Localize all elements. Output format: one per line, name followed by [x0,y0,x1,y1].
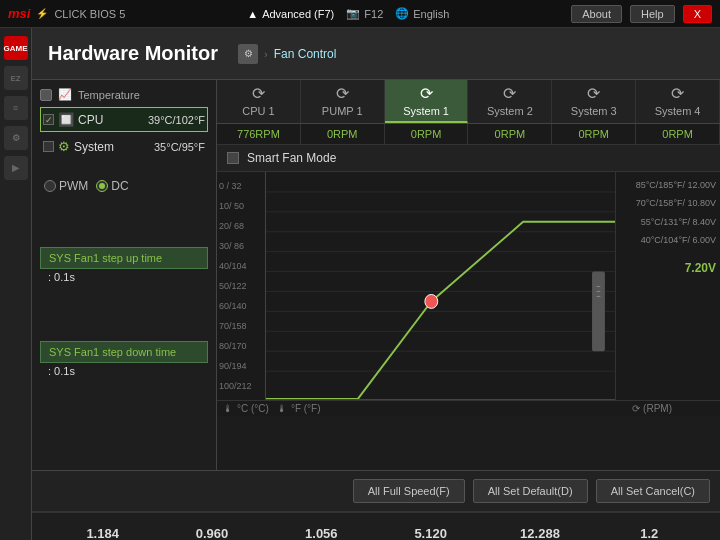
fan-icon-axis: ⟳ [632,403,640,414]
temperature-checkbox[interactable] [40,89,52,101]
breadcrumb-separator: › [264,48,268,60]
temp-icon: 📈 [58,88,72,101]
chart-main[interactable] [265,172,615,400]
chart-bottom-axis: 🌡 °C (°C) 🌡 °F (°F) ⟳ (RPM) [217,400,720,416]
fan-tab-cpu1[interactable]: ⟳ CPU 1 [217,80,301,123]
chart-y-labels-temp: 100/212 90/194 80/170 70/158 60/140 50/1… [217,172,265,400]
content-area: 📈 Temperature ✓ 🔲 CPU 39°C/102°F ⚙ Syste… [32,80,720,470]
y-label-6: 40/104 [219,256,263,276]
main-content: Hardware Monitor ⚙ › Fan Control 📈 Tempe… [32,28,720,540]
step-down-value: : 0.1s [40,363,208,379]
dc-option[interactable]: DC [96,179,128,193]
nav-language[interactable]: 🌐 English [395,7,449,20]
cpu-label: CPU [78,113,103,127]
voltage-dram: 1.2 DRAM [595,526,704,540]
voltage-cpu-sa: 1.056 CPU SA [267,526,376,540]
set-default-button[interactable]: All Set Default(D) [473,479,588,503]
camera-icon: 📷 [346,7,360,20]
cpu-sa-value: 1.056 [305,526,338,540]
dc-label: DC [111,179,128,193]
y-label-9: 10/ 50 [219,196,263,216]
sidebar-item-game[interactable]: GAME [4,36,28,60]
help-button[interactable]: Help [630,5,675,23]
sidebar-item-4[interactable]: ⚙ [4,126,28,150]
pwm-option[interactable]: PWM [44,179,88,193]
pwm-radio[interactable] [44,180,56,192]
y-label-0: 100/212 [219,376,263,396]
fan-system3-icon: ⟳ [554,84,633,103]
full-speed-button[interactable]: All Full Speed(F) [353,479,465,503]
dc-radio[interactable] [96,180,108,192]
pwm-dc-section: PWM DC [40,175,208,197]
action-bar: All Full Speed(F) All Set Default(D) All… [32,470,720,511]
fan-tab-pump1[interactable]: ⟳ PUMP 1 [301,80,385,123]
about-button[interactable]: About [571,5,622,23]
fan-tab-system1-label: System 1 [403,105,449,117]
fan-system4-icon: ⟳ [638,84,717,103]
fan-tabs: ⟳ CPU 1 ⟳ PUMP 1 ⟳ System 1 ⟳ System 2 ⟳ [217,80,720,124]
y-label-7: 30/ 86 [219,236,263,256]
x-axis-f: °F (°F) [291,403,321,414]
top-bar-right: About Help X [571,5,712,23]
step-up-button[interactable]: SYS Fan1 step up time [40,247,208,269]
cpu-checkbox[interactable]: ✓ [43,114,54,125]
x-axis-rpm: (RPM) [643,403,672,414]
rpm-cpu1: 776RPM [217,124,301,144]
voltage-system5v: 5.120 System/5V [376,526,485,540]
sidebar-item-5[interactable]: ▶ [4,156,28,180]
set-cancel-button[interactable]: All Set Cancel(C) [596,479,710,503]
temperature-section-header: 📈 Temperature [40,88,208,101]
cpu-temp-value: 39°C/102°F [148,114,205,126]
sidebar-item-3[interactable]: ≡ [4,96,28,120]
temperature-label: Temperature [78,89,140,101]
smart-fan-label: Smart Fan Mode [247,151,336,165]
rpm-system3: 0RPM [552,124,636,144]
step-down-button[interactable]: SYS Fan1 step down time [40,341,208,363]
smart-fan-checkbox[interactable] [227,152,239,164]
rpm-system1: 0RPM [385,124,469,144]
fan-tab-pump1-label: PUMP 1 [322,105,363,117]
rpm-system2: 0RPM [468,124,552,144]
nav-advanced[interactable]: ▲ Advanced (F7) [247,8,334,20]
fan-tab-system3[interactable]: ⟳ System 3 [552,80,636,123]
fan-pump1-icon: ⟳ [303,84,382,103]
close-button[interactable]: X [683,5,712,23]
page-title: Hardware Monitor [48,42,218,65]
fan-tab-system2[interactable]: ⟳ System 2 [468,80,552,123]
panel-header: Hardware Monitor ⚙ › Fan Control [32,28,720,80]
voltage-current: 7.20V [620,249,716,286]
system-temp-value: 35°C/95°F [154,141,205,153]
bios-title: CLICK BIOS 5 [54,8,125,20]
fan-tab-system4[interactable]: ⟳ System 4 [636,80,720,123]
chart-svg [266,172,615,399]
voltage-label-3: 40°C/104°F/ 6.00V [620,231,716,249]
thermometer-icon: 🌡 [223,403,233,414]
breadcrumb: ⚙ › Fan Control [238,44,336,64]
rpm-system4: 0RPM [636,124,720,144]
cpu-core-value: 1.184 [86,526,119,540]
nav-screenshot[interactable]: 📷 F12 [346,7,383,20]
fan-control-icon: ⚙ [244,48,253,59]
voltage-label-1: 70°C/158°F/ 10.80V [620,194,716,212]
rpm-pump1: 0RPM [301,124,385,144]
cpu-temp-row[interactable]: ✓ 🔲 CPU 39°C/102°F [40,107,208,132]
left-sidebar: GAME EZ ≡ ⚙ ▶ [0,28,32,540]
voltage-label-0: 85°C/185°F/ 12.00V [620,176,716,194]
svg-rect-11 [592,272,605,352]
top-nav: ▲ Advanced (F7) 📷 F12 🌐 English [247,7,449,20]
system5v-value: 5.120 [414,526,447,540]
system-temp-row[interactable]: ⚙ System 35°C/95°F [40,134,208,159]
sidebar-item-ez[interactable]: EZ [4,66,28,90]
x-axis-celsius: °C (°C) [237,403,269,414]
y-label-5: 50/122 [219,276,263,296]
top-bar-left: msi ⚡ CLICK BIOS 5 [8,6,125,21]
y-label-2: 80/170 [219,336,263,356]
y-label-8: 20/ 68 [219,216,263,236]
fan-rpm-row: 776RPM 0RPM 0RPM 0RPM 0RPM 0RPM [217,124,720,145]
voltage-cpu-core: 1.184 CPU Core [48,526,157,540]
svg-point-10 [425,294,438,308]
nav-advanced-icon: ▲ [247,8,258,20]
system-checkbox[interactable] [43,141,54,152]
fan-tab-system1[interactable]: ⟳ System 1 [385,80,469,123]
thermometer-f-icon: 🌡 [277,403,287,414]
